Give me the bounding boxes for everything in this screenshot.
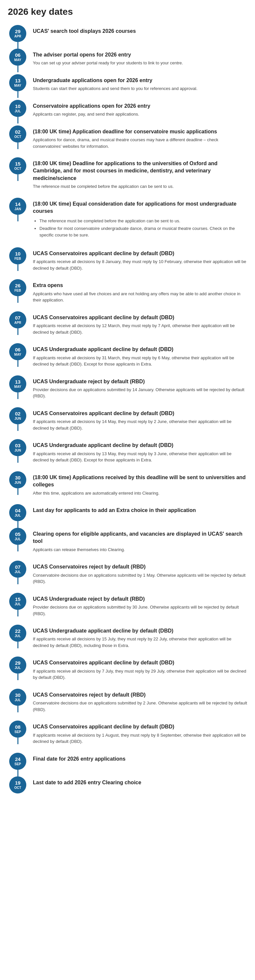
timeline-content: UCAS Undergraduate reject by default (RB… bbox=[33, 593, 247, 625]
event-desc: If applicants receive all decisions by 7… bbox=[33, 668, 247, 681]
date-circle: 29JUL bbox=[9, 657, 26, 674]
event-desc: Provider decisions due on applications s… bbox=[33, 387, 247, 399]
timeline-connector bbox=[18, 488, 18, 495]
event-desc: If applicants receive all decisions by 1… bbox=[33, 732, 247, 745]
event-title: UCAS Conservatoires applicant decline by… bbox=[33, 410, 247, 417]
timeline-connector bbox=[18, 578, 18, 584]
timeline-content: UCAS Undergraduate applicant decline by … bbox=[33, 625, 247, 657]
event-desc: If applicants receive all decisions by 8… bbox=[33, 258, 247, 271]
timeline-content: UCAS Conservatoires applicant decline by… bbox=[33, 311, 247, 343]
event-title: (18:00 UK time) Equal consideration date… bbox=[33, 200, 247, 215]
event-title: UCAS Undergraduate reject by default (RB… bbox=[33, 378, 247, 385]
timeline-content: Undergraduate applications open for 2026… bbox=[33, 74, 247, 100]
timeline-left: 13MAY bbox=[8, 375, 28, 399]
timeline-left: 06MAY bbox=[8, 49, 28, 72]
event-title: Last day for applicants to add an Extra … bbox=[33, 507, 247, 514]
timeline-content: UCAS Undergraduate applicant decline by … bbox=[33, 439, 247, 471]
timeline-item: 07JULUCAS Conservatoires reject by defau… bbox=[8, 561, 247, 592]
timeline-content: The adviser portal opens for 2026 entryY… bbox=[33, 49, 247, 74]
event-desc: If applicants receive all decisions by 1… bbox=[33, 418, 247, 431]
timeline-left: 06MAY bbox=[8, 343, 28, 367]
timeline-content: UCAS Undergraduate reject by default (RB… bbox=[33, 375, 247, 407]
date-circle: 07JUL bbox=[9, 561, 26, 578]
event-desc: The reference must be completed before t… bbox=[33, 218, 247, 239]
timeline-left: 14JAN bbox=[8, 198, 28, 221]
timeline-connector bbox=[18, 642, 18, 648]
date-circle: 30JUL bbox=[9, 689, 26, 706]
event-title: (18:00 UK time) Application deadline for… bbox=[33, 128, 247, 135]
event-title: (18:00 UK time) Deadline for application… bbox=[33, 160, 247, 182]
timeline-item: 30JULUCAS Conservatoires reject by defau… bbox=[8, 689, 247, 721]
timeline-connector bbox=[18, 264, 18, 271]
event-desc: Conservatoire decisions due on applicati… bbox=[33, 700, 247, 713]
timeline-left: 26FEB bbox=[8, 279, 28, 303]
date-circle: 04JUL bbox=[9, 504, 26, 521]
timeline-left: 30JUL bbox=[8, 689, 28, 712]
timeline-item: 13MAYUCAS Undergraduate reject by defaul… bbox=[8, 375, 247, 407]
date-circle: 13MAY bbox=[9, 375, 26, 393]
event-title: Extra opens bbox=[33, 282, 247, 289]
date-circle: 22JUL bbox=[9, 625, 26, 642]
timeline-item: 30JUN(18:00 UK time) Applications receiv… bbox=[8, 471, 247, 504]
date-circle: 13MAY bbox=[9, 74, 26, 91]
timeline-left: 03JUN bbox=[8, 439, 28, 463]
timeline-item: 08SEPUCAS Conservatoires applicant decli… bbox=[8, 721, 247, 752]
timeline-content: Final date for 2026 entry applications bbox=[33, 753, 247, 772]
timeline-left: 29APR bbox=[8, 25, 28, 49]
timeline-left: 10JUL bbox=[8, 100, 28, 124]
event-title: UCAS Conservatoires reject by default (R… bbox=[33, 691, 247, 698]
timeline-item: 02JUNUCAS Conservatoires applicant decli… bbox=[8, 407, 247, 439]
date-circle: 02JUN bbox=[9, 407, 26, 424]
event-title: Last date to add 2026 entry Clearing cho… bbox=[33, 779, 247, 786]
timeline-content: UCAS Conservatoires applicant decline by… bbox=[33, 657, 247, 688]
timeline-item: 03JUNUCAS Undergraduate applicant declin… bbox=[8, 439, 247, 471]
timeline-item: 29JULUCAS Conservatoires applicant decli… bbox=[8, 657, 247, 688]
timeline-left: 30JUN bbox=[8, 471, 28, 495]
date-circle: 03JUN bbox=[9, 439, 26, 456]
timeline-left: 24SEP bbox=[8, 753, 28, 776]
event-desc: Provider decisions due on applications s… bbox=[33, 604, 247, 617]
event-desc: You can set up your adviser portal ready… bbox=[33, 60, 247, 66]
event-desc: The reference must be completed before t… bbox=[33, 183, 247, 190]
event-desc: If applicants receive all decisions by 1… bbox=[33, 636, 247, 649]
event-title: UCAS Undergraduate reject by default (RB… bbox=[33, 595, 247, 603]
timeline-connector bbox=[18, 117, 18, 124]
timeline-connector bbox=[18, 328, 18, 335]
timeline-connector bbox=[18, 770, 18, 776]
timeline-content: UCAS Conservatoires applicant decline by… bbox=[33, 247, 247, 279]
timeline-content: (18:00 UK time) Equal consideration date… bbox=[33, 198, 247, 247]
timeline-item: 13MAYUndergraduate applications open for… bbox=[8, 74, 247, 100]
event-title: Final date for 2026 entry applications bbox=[33, 756, 247, 763]
event-title: UCAS Conservatoires reject by default (R… bbox=[33, 563, 247, 571]
timeline-item: 29APRUCAS' search tool displays 2026 cou… bbox=[8, 25, 247, 49]
date-circle: 06MAY bbox=[9, 343, 26, 360]
timeline-left: 22JUL bbox=[8, 625, 28, 648]
timeline-left: 08SEP bbox=[8, 721, 28, 744]
timeline-left: 05JUL bbox=[8, 528, 28, 551]
event-title: UCAS Conservatoires applicant decline by… bbox=[33, 723, 247, 730]
timeline-connector bbox=[18, 215, 18, 221]
timeline-content: Last date to add 2026 entry Clearing cho… bbox=[33, 776, 247, 795]
date-circle: 29APR bbox=[9, 25, 26, 42]
timeline-item: 07APRUCAS Conservatoires applicant decli… bbox=[8, 311, 247, 343]
event-desc: Applications for dance, drama, and music… bbox=[33, 137, 247, 150]
event-desc: If applicants receive all decisions by 1… bbox=[33, 450, 247, 463]
event-desc: If applicants receive all decisions by 1… bbox=[33, 323, 247, 335]
event-desc: Applicants who have used all five choice… bbox=[33, 291, 247, 304]
timeline-content: (18:00 UK time) Application deadline for… bbox=[33, 126, 247, 158]
timeline-item: 10FEBUCAS Conservatoires applicant decli… bbox=[8, 247, 247, 279]
date-circle: 15OCT bbox=[9, 158, 26, 174]
timeline-item: 04JULLast day for applicants to add an E… bbox=[8, 504, 247, 528]
timeline: 29APRUCAS' search tool displays 2026 cou… bbox=[8, 25, 247, 795]
timeline-item: 06MAYUCAS Undergraduate applicant declin… bbox=[8, 343, 247, 375]
timeline-content: UCAS Conservatoires applicant decline by… bbox=[33, 407, 247, 439]
timeline-content: Clearing opens for eligible applicants, … bbox=[33, 528, 247, 561]
timeline-connector bbox=[18, 66, 18, 72]
timeline-connector bbox=[18, 42, 18, 49]
event-desc: Applicants can register, pay, and send t… bbox=[33, 111, 247, 118]
event-title: UCAS Conservatoires applicant decline by… bbox=[33, 250, 247, 257]
timeline-left: 07APR bbox=[8, 311, 28, 335]
timeline-content: UCAS Conservatoires reject by default (R… bbox=[33, 561, 247, 592]
timeline-left: 02JUN bbox=[8, 407, 28, 431]
event-desc: Applicants can release themselves into C… bbox=[33, 546, 247, 553]
